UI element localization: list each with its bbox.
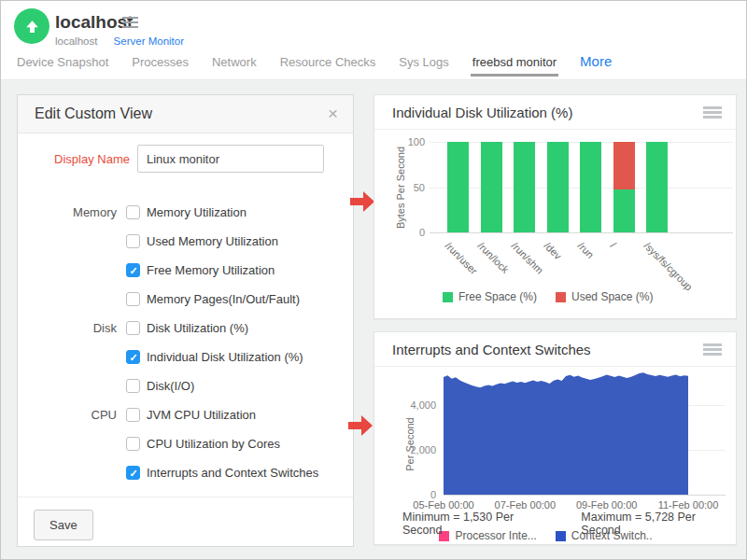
disk-utilization-chart: Bytes Per Second050100/run/user/run/lock…	[374, 95, 736, 318]
free-space-segment	[646, 142, 668, 232]
y-tick-label: 2,000	[404, 444, 436, 455]
y-tick-label: 4,000	[404, 399, 436, 411]
category-label: /run/shm	[509, 240, 545, 276]
display-name-input[interactable]	[137, 145, 324, 173]
server-monitor-link[interactable]: Server Monitor	[114, 35, 184, 47]
hamburger-menu-icon[interactable]	[122, 17, 138, 29]
group-label-cpu: CPU	[18, 408, 117, 422]
bar-run-user	[447, 142, 469, 232]
category-label: /sys/fs/cgroup	[641, 240, 694, 292]
checkbox-label: Interrupts and Context Switches	[147, 466, 318, 480]
legend-item-used-space: Used Space (%)	[556, 290, 653, 303]
tab-device-snapshot[interactable]: Device Snapshot	[15, 52, 110, 77]
checkbox-row-cpu-utilization-by-cores: CPU Utilization by Cores	[18, 429, 353, 458]
free-space-segment	[613, 189, 635, 232]
checkbox-row-memory-pages-in-out-fault: Memory Pages(In/Out/Fault)	[18, 285, 353, 314]
legend-label: Free Space (%)	[458, 290, 537, 303]
checkbox-interrupts-and-context-switches[interactable]	[126, 466, 140, 480]
checkbox-row-disk-utilization: DiskDisk Utilization (%)	[18, 314, 353, 343]
checkbox-label: JVM CPU Utilization	[147, 408, 256, 422]
header: localhost localhost Server Monitor	[1, 1, 746, 52]
checkbox-row-free-memory-utilization: Free Memory Utilization	[18, 256, 353, 285]
free-space-segment	[547, 142, 569, 232]
up-arrow-icon	[24, 19, 40, 35]
checkbox-individual-disk-utilization[interactable]	[126, 350, 140, 364]
red-arrow-icon	[348, 415, 374, 436]
content-area: Edit Custom View × Display Name MemoryMe…	[1, 80, 746, 560]
checkbox-row-disk-i-o: Disk(I/O)	[18, 371, 353, 400]
app-window: localhost localhost Server Monitor Devic…	[0, 0, 747, 560]
breadcrumb-host: localhost	[55, 35, 97, 47]
bar-run-lock	[481, 142, 502, 232]
x-tick-label: 09-Feb 00:00	[565, 499, 649, 511]
legend-label: Used Space (%)	[571, 290, 653, 303]
group-label-disk: Disk	[18, 321, 117, 335]
used-space-segment	[613, 142, 635, 189]
category-label: /run	[575, 240, 596, 260]
display-name-label: Display Name	[18, 152, 130, 166]
tab-bar: Device SnapshotProcessesNetworkResource …	[1, 52, 746, 80]
checkbox-row-used-memory-utilization: Used Memory Utilization	[18, 227, 353, 256]
checkbox-label: Disk(I/O)	[147, 379, 194, 393]
chart-minmax-row: Minimum = 1,530 Per Second Maximum = 5,7…	[402, 511, 731, 537]
group-label-memory: Memory	[18, 205, 117, 219]
tab-more[interactable]: More	[578, 52, 613, 77]
dialog-header: Edit Custom View ×	[18, 95, 353, 133]
checkbox-disk-i-o[interactable]	[126, 379, 140, 393]
checkbox-row-jvm-cpu-utilization: CPUJVM CPU Utilization	[18, 400, 353, 429]
y-tick-label: 100	[393, 136, 425, 147]
free-space-segment	[514, 142, 535, 232]
bar-dev	[547, 142, 569, 232]
free-space-segment	[447, 142, 469, 232]
edit-custom-view-dialog: Edit Custom View × Display Name MemoryMe…	[17, 94, 354, 547]
legend-swatch	[443, 292, 453, 302]
tab-freebsd-monitor[interactable]: freebsd monitor	[471, 52, 558, 77]
checkbox-label: Memory Pages(In/Out/Fault)	[147, 292, 300, 306]
close-icon[interactable]: ×	[328, 104, 338, 124]
legend-swatch	[556, 292, 566, 302]
bar-sys-fs-cgroup	[646, 142, 668, 232]
page-title: localhost	[55, 12, 133, 33]
disk-utilization-card: Individual Disk Utilization (%) Bytes Pe…	[374, 94, 737, 319]
checkbox-memory-pages-in-out-fault[interactable]	[126, 292, 140, 306]
checkbox-label: CPU Utilization by Cores	[147, 437, 280, 451]
checkbox-memory-utilization[interactable]	[126, 205, 140, 219]
checkbox-label: Disk Utilization (%)	[147, 321, 248, 335]
checkbox-row-individual-disk-utilization: Individual Disk Utilization (%)	[18, 343, 353, 371]
x-tick-label: 07-Feb 00:00	[483, 499, 567, 511]
x-axis-line	[430, 232, 733, 233]
checkbox-jvm-cpu-utilization[interactable]	[126, 408, 140, 422]
free-space-segment	[481, 142, 502, 232]
checkbox-cpu-utilization-by-cores[interactable]	[126, 437, 140, 451]
category-label: /dev	[543, 240, 564, 261]
free-space-segment	[580, 142, 601, 232]
maximum-value: Maximum = 5,728 Per Second	[581, 511, 731, 537]
dialog-title: Edit Custom View	[35, 105, 152, 122]
bar-	[613, 142, 635, 232]
checkbox-label: Free Memory Utilization	[147, 263, 275, 277]
category-label: /	[609, 240, 619, 250]
monitor-status-icon	[14, 8, 49, 44]
tab-network[interactable]: Network	[210, 52, 259, 77]
tab-resource-checks[interactable]: Resource Checks	[278, 52, 378, 77]
save-button[interactable]: Save	[34, 510, 93, 540]
tab-processes[interactable]: Processes	[130, 52, 190, 77]
legend-item-free-space: Free Space (%)	[443, 290, 537, 303]
breadcrumb: localhost Server Monitor	[55, 35, 184, 47]
context-switches-area-series	[444, 368, 688, 495]
category-label: /run/lock	[476, 240, 512, 275]
checkbox-used-memory-utilization[interactable]	[126, 234, 140, 248]
bar-run	[580, 142, 601, 232]
checkbox-row-interrupts-and-context-switches: Interrupts and Context Switches	[18, 458, 353, 487]
bar-run-shm	[514, 142, 535, 232]
y-tick-label: 50	[393, 182, 425, 193]
category-label: /run/user	[443, 240, 479, 276]
x-tick-label: 05-Feb 00:00	[402, 499, 486, 511]
dialog-footer: Save	[18, 497, 353, 497]
interrupts-card: Interrupts and Context Switches Per Seco…	[374, 331, 737, 545]
chart-legend: Free Space (%)Used Space (%)	[443, 290, 671, 303]
tab-sys-logs[interactable]: Sys Logs	[397, 52, 450, 77]
checkbox-free-memory-utilization[interactable]	[126, 263, 140, 277]
y-tick-label: 0	[393, 227, 425, 238]
checkbox-disk-utilization[interactable]	[126, 321, 140, 335]
